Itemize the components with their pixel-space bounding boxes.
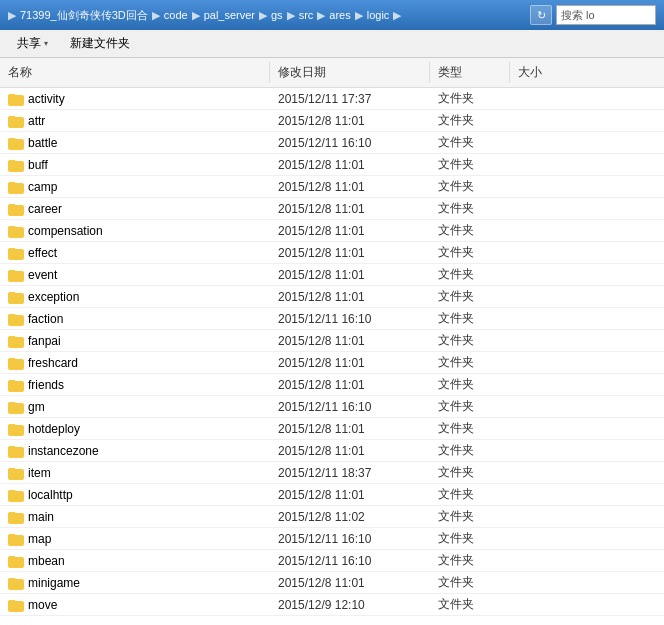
- file-type: 文件夹: [430, 90, 510, 107]
- file-type: 文件夹: [430, 200, 510, 217]
- table-row[interactable]: hotdeploy2015/12/8 11:01文件夹: [0, 418, 664, 440]
- table-row[interactable]: main2015/12/8 11:02文件夹: [0, 506, 664, 528]
- file-name-cell: compensation: [0, 224, 270, 238]
- table-row[interactable]: map2015/12/11 16:10文件夹: [0, 528, 664, 550]
- table-row[interactable]: freshcard2015/12/8 11:01文件夹: [0, 352, 664, 374]
- file-type: 文件夹: [430, 442, 510, 459]
- table-row[interactable]: career2015/12/8 11:01文件夹: [0, 198, 664, 220]
- file-type: 文件夹: [430, 222, 510, 239]
- table-row[interactable]: friends2015/12/8 11:01文件夹: [0, 374, 664, 396]
- file-name: mbean: [28, 554, 65, 568]
- col-name[interactable]: 名称: [0, 62, 270, 83]
- file-name-cell: attr: [0, 114, 270, 128]
- table-row[interactable]: fanpai2015/12/8 11:01文件夹: [0, 330, 664, 352]
- file-name-cell: map: [0, 532, 270, 546]
- file-date: 2015/12/11 17:37: [270, 92, 430, 106]
- breadcrumb-sep-7: ▶: [393, 9, 401, 22]
- file-date: 2015/12/11 18:37: [270, 466, 430, 480]
- breadcrumb-item-1[interactable]: code: [164, 9, 188, 21]
- file-date: 2015/12/8 11:01: [270, 488, 430, 502]
- file-type: 文件夹: [430, 178, 510, 195]
- breadcrumb-area: ▶ 71399_仙剑奇侠传3D回合 ▶ code ▶ pal_server ▶ …: [8, 8, 530, 23]
- folder-icon: [8, 400, 24, 414]
- table-row[interactable]: item2015/12/11 18:37文件夹: [0, 462, 664, 484]
- file-name: main: [28, 510, 54, 524]
- file-name-cell: gm: [0, 400, 270, 414]
- folder-icon: [8, 202, 24, 216]
- file-date: 2015/12/8 11:01: [270, 180, 430, 194]
- folder-icon: [8, 356, 24, 370]
- folder-icon: [8, 180, 24, 194]
- breadcrumb-sep-6: ▶: [355, 9, 363, 22]
- breadcrumb-item-0[interactable]: 71399_仙剑奇侠传3D回合: [20, 8, 148, 23]
- file-name: map: [28, 532, 51, 546]
- file-type: 文件夹: [430, 398, 510, 415]
- file-name-cell: main: [0, 510, 270, 524]
- table-row[interactable]: exception2015/12/8 11:01文件夹: [0, 286, 664, 308]
- file-name-cell: camp: [0, 180, 270, 194]
- file-name: move: [28, 598, 57, 612]
- breadcrumb-item-4[interactable]: src: [299, 9, 314, 21]
- file-name-cell: move: [0, 598, 270, 612]
- folder-icon: [8, 378, 24, 392]
- table-row[interactable]: mbean2015/12/11 16:10文件夹: [0, 550, 664, 572]
- breadcrumb-item-5[interactable]: ares: [329, 9, 350, 21]
- file-name: exception: [28, 290, 79, 304]
- breadcrumb-item-3[interactable]: gs: [271, 9, 283, 21]
- file-name-cell: activity: [0, 92, 270, 106]
- table-row[interactable]: faction2015/12/11 16:10文件夹: [0, 308, 664, 330]
- table-row[interactable]: compensation2015/12/8 11:01文件夹: [0, 220, 664, 242]
- file-date: 2015/12/8 11:01: [270, 290, 430, 304]
- col-type[interactable]: 类型: [430, 62, 510, 83]
- folder-icon: [8, 246, 24, 260]
- breadcrumb-item-2[interactable]: pal_server: [204, 9, 255, 21]
- table-row[interactable]: event2015/12/8 11:01文件夹: [0, 264, 664, 286]
- share-button[interactable]: 共享 ▾: [8, 33, 57, 55]
- table-row[interactable]: localhttp2015/12/8 11:01文件夹: [0, 484, 664, 506]
- table-row[interactable]: move2015/12/9 12:10文件夹: [0, 594, 664, 616]
- folder-icon: [8, 510, 24, 524]
- table-row[interactable]: activity2015/12/11 17:37文件夹: [0, 88, 664, 110]
- file-name: fanpai: [28, 334, 61, 348]
- breadcrumb-sep-1: ▶: [152, 9, 160, 22]
- file-name: event: [28, 268, 57, 282]
- table-row[interactable]: buff2015/12/8 11:01文件夹: [0, 154, 664, 176]
- file-type: 文件夹: [430, 266, 510, 283]
- toolbar: 共享 ▾ 新建文件夹: [0, 30, 664, 58]
- file-type: 文件夹: [430, 354, 510, 371]
- table-row[interactable]: instancezone2015/12/8 11:01文件夹: [0, 440, 664, 462]
- search-input[interactable]: [561, 9, 641, 21]
- table-row[interactable]: camp2015/12/8 11:01文件夹: [0, 176, 664, 198]
- file-type: 文件夹: [430, 574, 510, 591]
- file-type: 文件夹: [430, 552, 510, 569]
- table-row[interactable]: effect2015/12/8 11:01文件夹: [0, 242, 664, 264]
- folder-icon: [8, 224, 24, 238]
- file-name-cell: buff: [0, 158, 270, 172]
- table-row[interactable]: battle2015/12/11 16:10文件夹: [0, 132, 664, 154]
- file-date: 2015/12/8 11:01: [270, 202, 430, 216]
- new-folder-button[interactable]: 新建文件夹: [61, 33, 139, 55]
- file-name: friends: [28, 378, 64, 392]
- search-box[interactable]: [556, 5, 656, 25]
- refresh-button[interactable]: ↻: [530, 5, 552, 25]
- file-name-cell: instancezone: [0, 444, 270, 458]
- folder-icon: [8, 488, 24, 502]
- file-type: 文件夹: [430, 112, 510, 129]
- folder-icon: [8, 422, 24, 436]
- file-date: 2015/12/11 16:10: [270, 554, 430, 568]
- breadcrumb-sep-2: ▶: [192, 9, 200, 22]
- folder-icon: [8, 444, 24, 458]
- table-row[interactable]: attr2015/12/8 11:01文件夹: [0, 110, 664, 132]
- file-name: freshcard: [28, 356, 78, 370]
- file-name: gm: [28, 400, 45, 414]
- col-modified[interactable]: 修改日期: [270, 62, 430, 83]
- file-name-cell: item: [0, 466, 270, 480]
- file-name: localhttp: [28, 488, 73, 502]
- file-date: 2015/12/8 11:01: [270, 246, 430, 260]
- breadcrumb-item-6[interactable]: logic: [367, 9, 390, 21]
- table-row[interactable]: gm2015/12/11 16:10文件夹: [0, 396, 664, 418]
- file-name-cell: mbean: [0, 554, 270, 568]
- table-row[interactable]: minigame2015/12/8 11:01文件夹: [0, 572, 664, 594]
- col-size[interactable]: 大小: [510, 62, 570, 83]
- file-date: 2015/12/9 12:10: [270, 598, 430, 612]
